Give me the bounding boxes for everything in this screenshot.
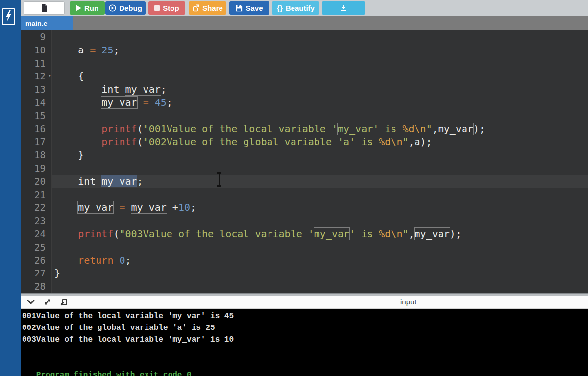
line-number: 18 — [21, 149, 52, 162]
console-output[interactable]: 001Value of the local variable 'my_var' … — [21, 309, 588, 376]
collapse-console-icon[interactable] — [26, 298, 36, 307]
code-line-18[interactable]: 18 } — [21, 149, 588, 162]
code-line-25[interactable]: 25 — [21, 241, 588, 254]
line-number: 9 — [21, 30, 52, 44]
code-text: printf("001Value of the local variable '… — [52, 123, 485, 136]
lightning-bolt-icon — [5, 10, 12, 24]
code-text: { — [52, 70, 84, 83]
console-header: input — [21, 296, 588, 309]
code-line-20[interactable]: 20 int my_var; — [21, 175, 588, 188]
main-area: Run Debug Stop — [21, 0, 588, 376]
code-line-10[interactable]: 10 a = 25; — [21, 44, 588, 57]
tab-main-c[interactable]: main.c — [21, 16, 74, 30]
code-line-16[interactable]: 16 printf("001Value of the local variabl… — [21, 123, 588, 136]
code-line-11[interactable]: 11 — [21, 57, 588, 70]
code-text: my_var = my_var +10; — [52, 201, 196, 214]
code-line-9[interactable]: 9 — [21, 30, 588, 44]
line-number: 12▾ — [21, 70, 52, 83]
toolbar: Run Debug Stop — [21, 0, 588, 16]
app-logo[interactable] — [2, 8, 15, 25]
line-number: 20 — [21, 175, 52, 188]
stop-square-icon — [154, 5, 160, 11]
code-line-22[interactable]: 22 my_var = my_var +10; — [21, 201, 588, 214]
line-number: 26 — [21, 254, 52, 267]
code-line-23[interactable]: 23 — [21, 214, 588, 227]
code-text: printf("002Value of the global variable … — [52, 135, 432, 149]
code-text: a = 25; — [52, 44, 119, 57]
run-button[interactable]: Run — [70, 1, 105, 15]
program-exit-status: ...Program finished with exit code 0 — [22, 369, 588, 376]
beautify-button[interactable]: {} Beautify — [272, 1, 319, 15]
code-editor[interactable]: 910 a = 25;1112▾ {13 int my_var;14 my_va… — [21, 30, 588, 293]
line-number: 13 — [21, 83, 52, 96]
code-line-21[interactable]: 21 — [21, 188, 588, 201]
code-line-17[interactable]: 17 printf("002Value of the global variab… — [21, 135, 588, 149]
line-number: 17 — [21, 135, 52, 149]
input-panel-label[interactable]: input — [400, 298, 416, 306]
braces-icon: {} — [277, 4, 283, 12]
code-line-19[interactable]: 19 — [21, 162, 588, 175]
line-number: 19 — [21, 162, 52, 175]
code-text: printf("003Value of the local variable '… — [52, 227, 462, 241]
left-sidebar — [0, 0, 21, 376]
code-text: } — [52, 149, 84, 162]
save-button-label: Save — [245, 4, 263, 12]
code-text — [52, 57, 54, 70]
code-line-15[interactable]: 15 — [21, 109, 588, 123]
line-number: 15 — [21, 109, 52, 123]
debug-button[interactable]: Debug — [105, 1, 146, 15]
file-icon — [41, 4, 48, 12]
save-button[interactable]: Save — [229, 1, 270, 15]
console-line — [22, 346, 588, 357]
run-button-label: Run — [84, 4, 98, 12]
code-line-13[interactable]: 13 int my_var; — [21, 83, 588, 96]
code-text: } — [52, 267, 60, 280]
clear-console-icon[interactable] — [59, 298, 69, 307]
line-number: 21 — [21, 188, 52, 201]
code-text: int my_var; — [52, 83, 167, 96]
code-line-27[interactable]: 27} — [21, 267, 588, 280]
debug-button-label: Debug — [119, 4, 142, 12]
tab-label: main.c — [25, 20, 47, 27]
code-text — [52, 109, 54, 123]
fold-arrow-icon[interactable]: ▾ — [48, 70, 51, 83]
line-number: 22 — [21, 201, 52, 214]
new-file-button[interactable] — [24, 1, 65, 15]
share-button[interactable]: Share — [189, 1, 226, 15]
code-line-28[interactable]: 28 — [21, 280, 588, 293]
console-line: 001Value of the local variable 'my_var' … — [22, 310, 588, 322]
code-line-26[interactable]: 26 return 0; — [21, 254, 588, 267]
stop-button[interactable]: Stop — [148, 1, 185, 15]
line-number: 24 — [21, 227, 52, 241]
code-text: return 0; — [52, 254, 131, 267]
line-number: 27 — [21, 267, 52, 280]
line-number: 25 — [21, 241, 52, 254]
code-line-14[interactable]: 14 my_var = 45; — [21, 96, 588, 109]
code-text: int my_var; — [52, 175, 143, 188]
code-text — [52, 241, 54, 254]
tab-bar: main.c — [21, 16, 588, 30]
code-line-24[interactable]: 24 printf("003Value of the local variabl… — [21, 227, 588, 241]
stop-button-label: Stop — [163, 4, 179, 12]
line-number: 16 — [21, 123, 52, 136]
debug-play-circle-icon — [109, 4, 116, 12]
play-icon — [76, 5, 81, 11]
line-number: 14 — [21, 96, 52, 109]
download-button[interactable] — [322, 1, 365, 15]
beautify-button-label: Beautify — [286, 4, 315, 12]
download-icon — [340, 4, 347, 12]
console-line — [22, 357, 588, 369]
code-line-12[interactable]: 12▾ { — [21, 70, 588, 83]
line-number: 10 — [21, 44, 52, 57]
mouse-ibeam-cursor — [217, 172, 222, 187]
code-text — [52, 188, 54, 201]
console-line: 003Value of the local variable 'my_var' … — [22, 334, 588, 346]
line-number: 11 — [21, 57, 52, 70]
save-floppy-icon — [236, 5, 243, 12]
code-text — [52, 162, 54, 175]
code-text — [52, 214, 54, 227]
expand-console-icon[interactable] — [43, 298, 52, 307]
line-number: 23 — [21, 214, 52, 227]
code-text: my_var = 45; — [52, 96, 172, 109]
line-number: 28 — [21, 280, 52, 293]
